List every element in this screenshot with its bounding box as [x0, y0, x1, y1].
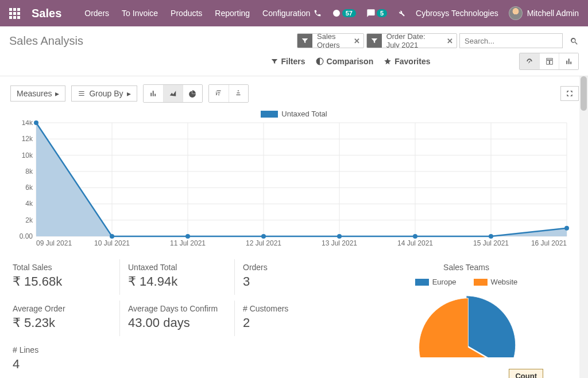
kpi-value: 43.00 days: [128, 315, 226, 330]
svg-point-34: [110, 234, 114, 239]
kpi-label: Orders: [243, 263, 341, 272]
svg-text:14 Jul 2021: 14 Jul 2021: [397, 239, 433, 247]
chart-panel: Untaxed Total 0.002k4k6k8k10k12k14k 09 J…: [0, 110, 588, 252]
sort-group: [208, 84, 249, 103]
facet-order-date[interactable]: Order Date: July 2021 ✕: [366, 33, 457, 48]
comparison-button[interactable]: Comparison: [316, 57, 374, 66]
kpi-customers: # Customers 2: [234, 301, 349, 336]
kpi-col-2: Untaxed Total ₹ 14.94k Average Days to C…: [119, 259, 234, 378]
legend-text: Europe: [432, 278, 457, 286]
legend-label: Untaxed Total: [281, 110, 327, 118]
filter-controls: Filters Comparison Favorites: [181, 57, 519, 66]
svg-text:8k: 8k: [25, 167, 33, 176]
expand-button[interactable]: [560, 86, 579, 101]
page-title: Sales Analysis: [9, 34, 291, 48]
svg-text:12k: 12k: [22, 135, 33, 143]
chat-icon[interactable]: 5: [366, 9, 387, 18]
kpi-col-3: Orders 3 # Customers 2: [234, 259, 349, 378]
facet-label: Order Date: July 2021: [382, 33, 443, 48]
pie-tooltip: Count: [509, 369, 543, 378]
legend-swatch: [261, 111, 278, 118]
kpi-lines: # Lines 4: [5, 342, 119, 377]
kpi-average-order: Average Order ₹ 5.23k: [5, 301, 119, 336]
area-chart[interactable]: 0.002k4k6k8k10k12k14k 09 Jul 202110 Jul …: [11, 120, 577, 252]
caret-right-icon: ▸: [127, 89, 131, 98]
groupby-button[interactable]: Group By ▸: [71, 85, 137, 102]
company-name[interactable]: Cybrosys Technologies: [416, 9, 498, 18]
bar-chart-button[interactable]: [144, 85, 163, 102]
timer-badge: 57: [342, 9, 356, 17]
svg-point-35: [185, 234, 190, 239]
comparison-label: Comparison: [327, 57, 374, 66]
search-input[interactable]: [459, 33, 563, 48]
nav-orders[interactable]: Orders: [84, 9, 109, 18]
dashboard-view-button[interactable]: [520, 53, 539, 69]
tooltip-title: Count: [515, 372, 537, 378]
brand: Sales: [32, 7, 61, 20]
kpi-value: 3: [243, 274, 341, 289]
svg-text:11 Jul 2021: 11 Jul 2021: [170, 239, 206, 247]
apps-icon[interactable]: [9, 8, 20, 19]
kpi-value: ₹ 5.23k: [13, 315, 111, 330]
sort-desc-button[interactable]: [209, 85, 229, 102]
tools-icon[interactable]: [397, 9, 405, 17]
legend-text: Website: [491, 278, 518, 286]
avatar: [509, 6, 523, 20]
pie-legend-website[interactable]: Website: [474, 278, 518, 286]
chart-legend[interactable]: Untaxed Total: [11, 110, 577, 118]
kpi-untaxed-total: Untaxed Total ₹ 14.94k: [119, 259, 234, 295]
svg-text:6k: 6k: [25, 184, 33, 192]
nav-products[interactable]: Products: [171, 9, 202, 18]
user-menu[interactable]: Mitchell Admin: [509, 6, 579, 20]
svg-text:0.00: 0.00: [20, 232, 33, 240]
scrollbar-thumb[interactable]: [581, 76, 587, 111]
kpi-label: Total Sales: [13, 263, 111, 272]
pie-chart[interactable]: [403, 289, 529, 357]
kpi-label: # Customers: [243, 304, 341, 313]
svg-point-33: [34, 120, 38, 125]
kpi-section: Total Sales ₹ 15.68k Average Order ₹ 5.2…: [0, 252, 588, 378]
pie-panel: Sales Teams Europe Website Count: [349, 259, 583, 378]
favorites-label: Favorites: [394, 57, 430, 66]
nav-to-invoice[interactable]: To Invoice: [122, 9, 158, 18]
line-chart-button[interactable]: [163, 85, 183, 102]
kpi-value: ₹ 15.68k: [13, 274, 111, 289]
graph-view-button[interactable]: [559, 53, 578, 69]
svg-point-39: [489, 234, 493, 239]
measures-label: Measures: [17, 89, 52, 98]
search-icon[interactable]: [570, 36, 579, 46]
funnel-icon: [297, 34, 312, 48]
nav-reporting[interactable]: Reporting: [215, 9, 250, 18]
svg-point-38: [413, 234, 417, 239]
filters-button[interactable]: Filters: [270, 57, 305, 66]
list-icon: [78, 89, 86, 98]
kpi-avg-days: Average Days to Confirm 43.00 days: [119, 301, 234, 336]
facet-close[interactable]: ✕: [443, 37, 457, 45]
nav-menu: Orders To Invoice Products Reporting Con…: [84, 9, 313, 18]
svg-text:2k: 2k: [25, 216, 33, 224]
pie-chart-button[interactable]: [183, 85, 202, 102]
timer-icon[interactable]: 57: [332, 9, 356, 18]
sort-asc-button[interactable]: [229, 85, 248, 102]
pivot-view-button[interactable]: [539, 53, 559, 69]
filters-label: Filters: [281, 57, 305, 66]
facet-close[interactable]: ✕: [350, 37, 363, 45]
toolbar: Measures ▸ Group By ▸: [0, 76, 588, 106]
pie-title: Sales Teams: [357, 263, 575, 272]
phone-icon[interactable]: [314, 9, 322, 17]
kpi-label: # Lines: [13, 345, 111, 354]
subheader: Sales Analysis Sales Orders ✕ Order Date…: [0, 26, 588, 53]
pie-legend-europe[interactable]: Europe: [415, 278, 457, 286]
kpi-value: ₹ 14.94k: [128, 274, 226, 289]
control-row: Filters Comparison Favorites: [0, 53, 588, 76]
funnel-icon: [367, 34, 382, 48]
facet-sales-orders[interactable]: Sales Orders ✕: [297, 33, 364, 48]
svg-text:09 Jul 2021: 09 Jul 2021: [36, 239, 72, 247]
scrollbar[interactable]: [579, 76, 588, 378]
measures-button[interactable]: Measures ▸: [10, 85, 65, 102]
navbar: Sales Orders To Invoice Products Reporti…: [0, 0, 588, 26]
nav-configuration[interactable]: Configuration: [262, 9, 310, 18]
favorites-button[interactable]: Favorites: [384, 57, 430, 66]
svg-text:10k: 10k: [22, 151, 33, 159]
pie-legend: Europe Website: [357, 278, 575, 286]
